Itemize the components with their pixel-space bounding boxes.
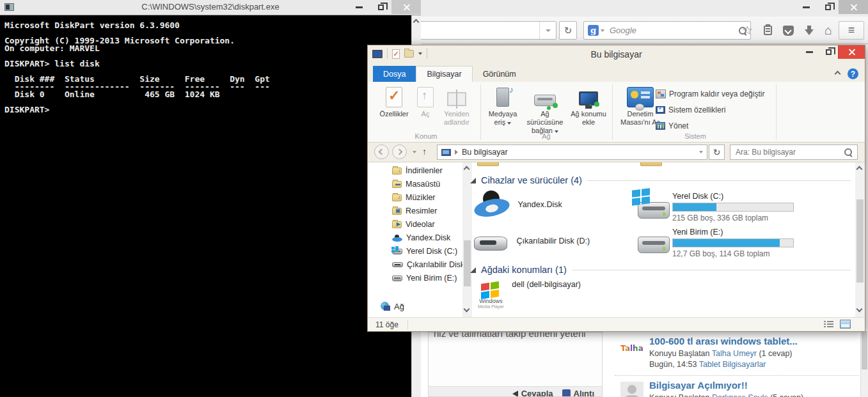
scroll-up-icon[interactable]	[413, 19, 420, 26]
item-local-disk-c-details[interactable]: Yerel Disk (C:) 215 GB boş, 336 GB topla…	[672, 192, 794, 222]
firefox-restore-button[interactable]	[817, 0, 839, 14]
up-one-level-button[interactable]: ↑	[422, 146, 427, 157]
menu-button[interactable]: ≡	[839, 21, 864, 40]
close-icon	[850, 4, 857, 11]
scroll-up-icon[interactable]	[856, 166, 863, 173]
scroll-down-icon[interactable]	[856, 306, 863, 313]
recent-locations-icon[interactable]	[413, 151, 416, 153]
manage-button[interactable]: Yönet	[656, 119, 768, 133]
topic-title-link[interactable]: 100-600 tl arası windows tablet...	[649, 336, 859, 346]
reply-button[interactable]: Cevapla	[512, 389, 553, 397]
search-bar[interactable]: g	[583, 21, 751, 40]
firefox-close-button[interactable]	[839, 0, 868, 14]
disk-e-usage-bar	[672, 238, 794, 247]
topic-title-link[interactable]: Bilgisayar Açılmıyor!!	[649, 380, 859, 391]
search-input[interactable]	[610, 26, 739, 35]
address-dropdown-icon[interactable]	[699, 151, 703, 153]
tab-view[interactable]: Görünüm	[473, 66, 526, 82]
section-devices-header[interactable]: Cihazlar ve sürücüler (4)	[470, 175, 851, 185]
sidebar-item-desktop[interactable]: ▬Masaüstü	[368, 178, 462, 191]
network-drive-icon	[534, 95, 556, 106]
firefox-titlebar[interactable]	[413, 0, 868, 17]
file-list-scrollbar[interactable]	[855, 162, 865, 317]
console-restore-button[interactable]	[370, 0, 391, 14]
open-button[interactable]: ↑ Aç	[414, 86, 437, 118]
sidebar-item-network[interactable]: Ağ	[368, 300, 462, 313]
scrollbar-thumb[interactable]	[862, 331, 867, 370]
firefox-minimize-button[interactable]	[795, 0, 817, 14]
topic-starter-link[interactable]: Darkness Souls	[712, 393, 768, 397]
bookmarks-menu-icon[interactable]	[764, 26, 772, 35]
forum-topic-row[interactable]: Bilgisayar Açılmıyor!! Konuyu Başlatan D…	[615, 375, 859, 397]
sidebar-item-local-disk-c[interactable]: Yerel Disk (C:)	[368, 245, 462, 258]
google-search-engine-icon[interactable]: g	[588, 25, 599, 36]
url-bar[interactable]	[414, 21, 556, 40]
downloads-icon[interactable]	[805, 26, 814, 36]
back-icon	[379, 149, 385, 155]
properties-button[interactable]: ✓ Özellikler	[377, 86, 411, 118]
item-yandex-disk[interactable]: Yandex.Disk	[474, 191, 562, 219]
explorer-close-button[interactable]	[838, 45, 865, 59]
topic-starter-link[interactable]: Talha Umeyr	[712, 349, 757, 358]
rename-button[interactable]: Yeniden adlandır	[438, 86, 475, 127]
ribbon-group-network: Ağ	[484, 132, 608, 140]
breadcrumb-bar[interactable]: Bu bilgisayar	[437, 144, 707, 160]
forward-button[interactable]	[392, 144, 407, 159]
access-media-button[interactable]: ♪ Medyaya eriş	[484, 86, 521, 127]
item-count: 11 öğe	[375, 320, 398, 329]
topic-forum-link[interactable]: Tablet Bilgisayarlar	[699, 360, 766, 369]
sidebar-item-downloads[interactable]: ↓İndirilenler	[368, 164, 462, 177]
explorer-search-input[interactable]	[736, 148, 844, 157]
explorer-titlebar[interactable]: ✓ Bu bilgisayar	[368, 45, 865, 65]
console-close-button[interactable]	[391, 0, 421, 14]
collapse-section-icon[interactable]	[470, 267, 476, 273]
system-properties-button[interactable]: Sistem özellikleri	[656, 103, 768, 117]
refresh-button[interactable]: ↻	[709, 144, 725, 160]
sidebar-item-pictures[interactable]: ▣Resimler	[368, 205, 462, 217]
explorer-search-box[interactable]	[730, 144, 858, 160]
item-new-volume-e-details[interactable]: Yeni Birim (E:) 12,7 GB boş, 114 GB topl…	[672, 228, 794, 258]
console-output[interactable]: Microsoft DiskPart version 6.3.9600 Copy…	[0, 15, 411, 397]
scrollbar-thumb[interactable]	[856, 199, 864, 283]
back-button[interactable]	[374, 144, 389, 159]
url-dropdown-button[interactable]	[539, 22, 556, 39]
help-icon[interactable]: ?	[848, 68, 858, 79]
forum-post-toolbar: Cevapla Alıntı	[429, 386, 602, 396]
item-local-disk-c[interactable]	[638, 192, 670, 221]
explorer-body: ↓İndirilenler ▬Masaüstü ♪Müzikler ▣Resim…	[368, 162, 865, 317]
console-minimize-button[interactable]	[348, 0, 370, 14]
tab-file[interactable]: Dosya	[373, 66, 416, 82]
item-dell-computer[interactable]: Windows Media Player dell (dell-bilgisay…	[478, 280, 581, 309]
explorer-maximize-button[interactable]	[819, 45, 838, 59]
tab-computer[interactable]: Bilgisayar	[416, 66, 472, 82]
partial-folder-icon[interactable]	[640, 162, 664, 169]
reload-button[interactable]: ↻	[559, 21, 577, 40]
bookmark-star-icon[interactable]: ☆	[742, 23, 753, 38]
pocket-icon[interactable]	[783, 26, 794, 36]
partial-folder-icon[interactable]	[477, 162, 501, 169]
diskpart-titlebar[interactable]: C:\WINDOWS\system32\diskpart.exe	[0, 0, 421, 15]
uninstall-program-button[interactable]: Program kaldır veya değiştir	[656, 87, 768, 101]
sidebar-item-new-volume-e[interactable]: Yeni Birim (E:)	[368, 272, 462, 284]
details-view-button[interactable]	[824, 320, 833, 329]
sidebar-item-music[interactable]: ♪Müzikler	[368, 191, 462, 204]
sidebar-item-removable-disk-d[interactable]: Çıkarılabilir Disk (D:)	[368, 258, 462, 271]
large-icons-view-button[interactable]	[840, 320, 851, 329]
section-network-header[interactable]: Ağdaki konumları (1)	[470, 265, 851, 275]
add-network-location-button[interactable]: Ağ konumu ekle	[569, 86, 608, 127]
sidebar-item-yandex-disk[interactable]: Yandex.Disk	[368, 231, 462, 244]
home-icon[interactable]: ⌂	[825, 23, 832, 38]
collapse-section-icon[interactable]	[470, 178, 476, 183]
search-engine-dropdown-icon[interactable]	[601, 29, 604, 32]
quote-button[interactable]: Alıntı	[562, 389, 595, 397]
breadcrumb-arrow-icon[interactable]	[455, 150, 458, 155]
item-new-volume-e[interactable]	[638, 228, 670, 256]
sidebar-item-videos[interactable]: ▶Videolar	[368, 218, 462, 231]
forum-topic-row[interactable]: Talha 100-600 tl arası windows tablet...…	[615, 332, 859, 375]
map-network-drive-button[interactable]: Ağ sürücüsüne bağlan	[523, 86, 567, 135]
minimize-ribbon-icon[interactable]	[835, 71, 841, 77]
local-disk-icon	[392, 249, 402, 254]
explorer-minimize-button[interactable]	[800, 45, 819, 59]
item-removable-disk[interactable]: Çıkarılabilir Disk (D:)	[474, 231, 590, 251]
breadcrumb-location[interactable]: Bu bilgisayar	[462, 148, 508, 157]
